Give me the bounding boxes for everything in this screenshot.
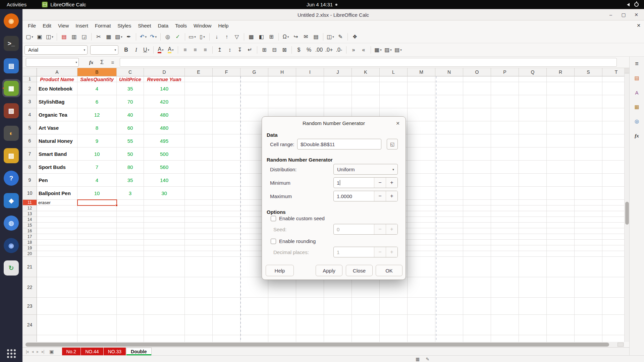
cell-O7[interactable] bbox=[463, 147, 491, 161]
cell-Q22[interactable] bbox=[519, 277, 547, 298]
dock-impress-icon[interactable]: ▧ bbox=[2, 102, 20, 120]
cell-O16[interactable] bbox=[463, 228, 491, 234]
cell-F10[interactable] bbox=[213, 187, 240, 200]
align-top-icon[interactable]: ↥ bbox=[215, 45, 224, 55]
cell-G3[interactable] bbox=[240, 95, 268, 108]
cell-G25[interactable] bbox=[240, 335, 268, 342]
cell-S7[interactable] bbox=[575, 147, 602, 161]
cell-F16[interactable] bbox=[213, 228, 240, 234]
sheet-tab-double[interactable]: Double bbox=[126, 348, 151, 355]
dock-software-icon[interactable]: ↻ bbox=[2, 259, 20, 277]
cell-P17[interactable] bbox=[491, 234, 519, 240]
cell-Q25[interactable] bbox=[519, 335, 547, 342]
new-document-icon[interactable]: ▢▾ bbox=[25, 32, 34, 42]
cell-S14[interactable] bbox=[575, 217, 602, 223]
dock-help-icon[interactable]: ? bbox=[2, 169, 20, 187]
pivot-table-icon[interactable]: ⊞ bbox=[267, 32, 276, 42]
cell-G1[interactable] bbox=[240, 76, 268, 82]
chevron-down-icon[interactable]: ▾ bbox=[121, 35, 122, 39]
cell-D23[interactable] bbox=[144, 298, 185, 315]
cell-A5[interactable]: Art Vase bbox=[37, 121, 77, 134]
cell-O13[interactable] bbox=[463, 211, 491, 217]
align-bottom-icon[interactable]: ↧ bbox=[235, 45, 244, 55]
cell-R12[interactable] bbox=[547, 205, 575, 211]
cell-S5[interactable] bbox=[575, 121, 602, 134]
copy-icon[interactable]: ▦ bbox=[104, 32, 113, 42]
cell-T5[interactable] bbox=[602, 121, 624, 134]
cell-N7[interactable] bbox=[435, 147, 463, 161]
chevron-down-icon[interactable]: ▾ bbox=[287, 35, 289, 39]
cell-A20[interactable] bbox=[37, 251, 77, 257]
cell-M25[interactable] bbox=[408, 335, 435, 342]
chevron-down-icon[interactable]: ▾ bbox=[332, 35, 334, 39]
cell-D25[interactable] bbox=[144, 335, 185, 342]
row-header-18[interactable]: 18 bbox=[23, 240, 37, 245]
cell-D4[interactable]: 480 bbox=[144, 108, 185, 121]
minimum-decrease-button[interactable]: − bbox=[374, 178, 386, 188]
cell-E9[interactable] bbox=[185, 174, 213, 187]
cell-A22[interactable] bbox=[37, 277, 77, 298]
cell-B25[interactable] bbox=[77, 335, 117, 342]
cell-B19[interactable] bbox=[77, 245, 117, 251]
apply-button[interactable]: Apply bbox=[316, 265, 342, 276]
cell-N24[interactable] bbox=[435, 315, 463, 335]
cell-J2[interactable] bbox=[324, 82, 352, 95]
row-header-12[interactable]: 12 bbox=[23, 205, 37, 211]
cell-O12[interactable] bbox=[463, 205, 491, 211]
ok-button[interactable]: OK bbox=[376, 265, 402, 276]
cell-S20[interactable] bbox=[575, 251, 602, 257]
chevron-down-icon[interactable]: ▾ bbox=[81, 48, 85, 52]
cell-F22[interactable] bbox=[213, 277, 240, 298]
cell-F4[interactable] bbox=[213, 108, 240, 121]
cell-P20[interactable] bbox=[491, 251, 519, 257]
font-size-combo[interactable]: ▾ bbox=[90, 45, 118, 55]
cell-B8[interactable]: 7 bbox=[77, 161, 117, 174]
cell-A12[interactable] bbox=[37, 205, 77, 211]
cell-D3[interactable]: 420 bbox=[144, 95, 185, 108]
highlight-color-icon[interactable]: A▾ bbox=[166, 45, 175, 55]
cell-R19[interactable] bbox=[547, 245, 575, 251]
cell-P25[interactable] bbox=[491, 335, 519, 342]
close-button[interactable]: ✕ bbox=[632, 10, 641, 19]
cell-R18[interactable] bbox=[547, 240, 575, 245]
cell-P6[interactable] bbox=[491, 134, 519, 147]
cell-N15[interactable] bbox=[435, 223, 463, 228]
cell-C22[interactable] bbox=[117, 277, 144, 298]
cell-J23[interactable] bbox=[324, 298, 352, 315]
cell-N4[interactable] bbox=[435, 108, 463, 121]
vertical-scrollbar[interactable] bbox=[624, 68, 629, 342]
cell-C7[interactable]: 50 bbox=[117, 147, 144, 161]
column-header-C[interactable]: C bbox=[117, 68, 144, 76]
vertical-scrollbar-thumb[interactable] bbox=[625, 202, 629, 225]
cell-T2[interactable] bbox=[602, 82, 624, 95]
chevron-down-icon[interactable]: ▾ bbox=[162, 48, 164, 52]
menu-window[interactable]: Window bbox=[190, 20, 215, 31]
delete-decimal-icon[interactable]: .0- bbox=[335, 45, 343, 55]
cell-O5[interactable] bbox=[463, 121, 491, 134]
cell-C25[interactable] bbox=[117, 335, 144, 342]
column-header-P[interactable]: P bbox=[491, 68, 519, 76]
cell-N23[interactable] bbox=[435, 298, 463, 315]
cell-E20[interactable] bbox=[185, 251, 213, 257]
dock-browser-icon[interactable]: ◍ bbox=[2, 214, 20, 232]
cell-N14[interactable] bbox=[435, 217, 463, 223]
cell-T7[interactable] bbox=[602, 147, 624, 161]
align-center-icon[interactable]: ≡ bbox=[191, 45, 200, 55]
cell-C12[interactable] bbox=[117, 205, 144, 211]
cell-T4[interactable] bbox=[602, 108, 624, 121]
cell-H3[interactable] bbox=[268, 95, 296, 108]
cell-C21[interactable] bbox=[117, 257, 144, 277]
cell-E22[interactable] bbox=[185, 277, 213, 298]
cell-O10[interactable] bbox=[463, 187, 491, 200]
cell-N17[interactable] bbox=[435, 234, 463, 240]
cell-Q14[interactable] bbox=[519, 217, 547, 223]
cell-M2[interactable] bbox=[408, 82, 435, 95]
cell-T14[interactable] bbox=[602, 217, 624, 223]
column-header-Q[interactable]: Q bbox=[519, 68, 547, 76]
column-header-G[interactable]: G bbox=[240, 68, 268, 76]
chevron-down-icon[interactable]: ▾ bbox=[194, 35, 196, 39]
autofilter-icon[interactable]: ▽ bbox=[232, 32, 241, 42]
insert-row-icon[interactable]: ▭▾ bbox=[188, 32, 197, 42]
cell-S21[interactable] bbox=[575, 257, 602, 277]
percent-format-icon[interactable]: % bbox=[305, 45, 313, 55]
